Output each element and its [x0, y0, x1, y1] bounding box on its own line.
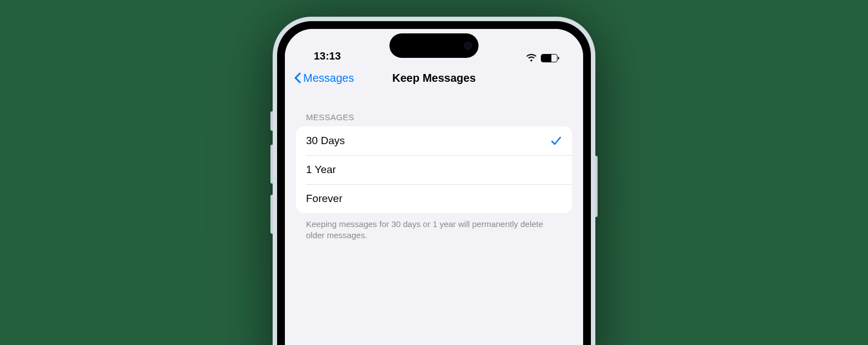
option-label: Forever	[306, 193, 342, 205]
section-header: MESSAGES	[296, 92, 572, 126]
front-camera	[464, 42, 472, 50]
phone-frame: 13:13 Message	[273, 17, 595, 345]
option-1-year[interactable]: 1 Year	[296, 155, 572, 184]
battery-icon	[541, 54, 558, 62]
settings-content: MESSAGES 30 Days 1 Year Forever	[285, 92, 583, 241]
back-label: Messages	[303, 72, 354, 85]
option-forever[interactable]: Forever	[296, 184, 572, 213]
checkmark-icon	[550, 135, 562, 147]
phone-screen: 13:13 Message	[285, 29, 583, 345]
power-button	[595, 156, 598, 217]
status-time: 13:13	[305, 50, 341, 62]
chevron-left-icon	[294, 72, 302, 84]
option-label: 1 Year	[306, 164, 336, 176]
wifi-icon	[526, 54, 537, 62]
option-label: 30 Days	[306, 135, 345, 147]
section-footer: Keeping messages for 30 days or 1 year w…	[296, 213, 572, 241]
option-30-days[interactable]: 30 Days	[296, 126, 572, 155]
status-icons	[526, 54, 563, 62]
back-button[interactable]: Messages	[294, 72, 354, 85]
options-group: 30 Days 1 Year Forever	[296, 126, 572, 213]
navigation-bar: Messages Keep Messages	[285, 63, 583, 92]
dynamic-island	[389, 33, 479, 58]
